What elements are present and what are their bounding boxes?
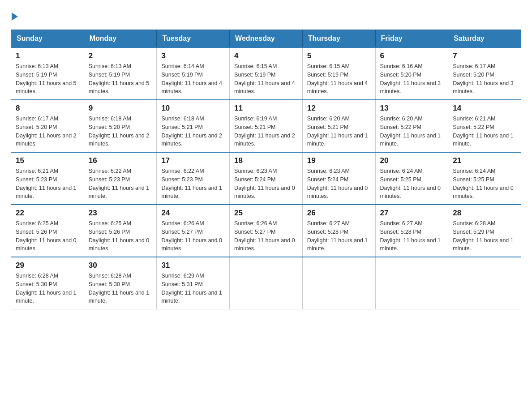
calendar-cell: 30 Sunrise: 6:28 AM Sunset: 5:30 PM Dayl… — [84, 257, 157, 309]
day-info: Sunrise: 6:22 AM Sunset: 5:23 PM Dayligh… — [161, 167, 225, 201]
week-row: 29 Sunrise: 6:28 AM Sunset: 5:30 PM Dayl… — [11, 257, 521, 309]
calendar-cell: 12 Sunrise: 6:20 AM Sunset: 5:21 PM Dayl… — [302, 100, 375, 152]
calendar-cell: 15 Sunrise: 6:21 AM Sunset: 5:23 PM Dayl… — [11, 152, 84, 205]
calendar-cell: 22 Sunrise: 6:25 AM Sunset: 5:26 PM Dayl… — [11, 205, 84, 257]
day-number: 12 — [307, 104, 371, 113]
day-number: 20 — [380, 156, 444, 165]
day-info: Sunrise: 6:29 AM Sunset: 5:31 PM Dayligh… — [161, 272, 225, 305]
calendar-cell — [375, 257, 448, 309]
logo-arrow-icon — [12, 13, 18, 21]
day-info: Sunrise: 6:13 AM Sunset: 5:19 PM Dayligh… — [16, 62, 79, 96]
calendar-cell: 11 Sunrise: 6:19 AM Sunset: 5:21 PM Dayl… — [230, 100, 303, 152]
day-info: Sunrise: 6:23 AM Sunset: 5:24 PM Dayligh… — [234, 167, 298, 201]
day-info: Sunrise: 6:23 AM Sunset: 5:24 PM Dayligh… — [307, 167, 371, 201]
day-number: 2 — [89, 51, 152, 60]
day-number: 22 — [16, 209, 79, 218]
calendar-cell: 29 Sunrise: 6:28 AM Sunset: 5:30 PM Dayl… — [11, 257, 84, 309]
day-of-week-header: Saturday — [448, 30, 521, 48]
day-info: Sunrise: 6:20 AM Sunset: 5:21 PM Dayligh… — [307, 115, 371, 148]
day-info: Sunrise: 6:24 AM Sunset: 5:25 PM Dayligh… — [380, 167, 444, 201]
day-of-week-header: Monday — [84, 30, 157, 48]
calendar-cell: 17 Sunrise: 6:22 AM Sunset: 5:23 PM Dayl… — [157, 152, 230, 205]
day-info: Sunrise: 6:15 AM Sunset: 5:19 PM Dayligh… — [234, 62, 298, 96]
week-row: 22 Sunrise: 6:25 AM Sunset: 5:26 PM Dayl… — [11, 205, 521, 257]
day-number: 19 — [307, 156, 371, 165]
calendar-cell: 31 Sunrise: 6:29 AM Sunset: 5:31 PM Dayl… — [157, 257, 230, 309]
day-info: Sunrise: 6:25 AM Sunset: 5:26 PM Dayligh… — [89, 219, 152, 253]
day-number: 10 — [161, 104, 225, 113]
day-number: 28 — [453, 209, 516, 218]
calendar-cell: 21 Sunrise: 6:24 AM Sunset: 5:25 PM Dayl… — [448, 152, 521, 205]
calendar-cell: 2 Sunrise: 6:13 AM Sunset: 5:19 PM Dayli… — [84, 47, 157, 100]
day-number: 9 — [89, 104, 152, 113]
day-info: Sunrise: 6:18 AM Sunset: 5:20 PM Dayligh… — [89, 115, 152, 148]
calendar-cell: 6 Sunrise: 6:16 AM Sunset: 5:20 PM Dayli… — [375, 47, 448, 100]
day-number: 18 — [234, 156, 298, 165]
day-info: Sunrise: 6:20 AM Sunset: 5:22 PM Dayligh… — [380, 115, 444, 148]
day-number: 24 — [161, 209, 225, 218]
week-row: 8 Sunrise: 6:17 AM Sunset: 5:20 PM Dayli… — [11, 100, 521, 152]
day-info: Sunrise: 6:26 AM Sunset: 5:27 PM Dayligh… — [234, 219, 298, 253]
calendar-header: SundayMondayTuesdayWednesdayThursdayFrid… — [11, 30, 521, 48]
day-number: 26 — [307, 209, 371, 218]
calendar-cell: 16 Sunrise: 6:22 AM Sunset: 5:23 PM Dayl… — [84, 152, 157, 205]
day-of-week-header: Sunday — [11, 30, 84, 48]
calendar-cell: 8 Sunrise: 6:17 AM Sunset: 5:20 PM Dayli… — [11, 100, 84, 152]
day-number: 3 — [161, 51, 225, 60]
calendar-cell: 20 Sunrise: 6:24 AM Sunset: 5:25 PM Dayl… — [375, 152, 448, 205]
days-of-week-row: SundayMondayTuesdayWednesdayThursdayFrid… — [11, 30, 521, 48]
day-number: 7 — [453, 51, 516, 60]
day-number: 21 — [453, 156, 516, 165]
day-number: 31 — [161, 261, 225, 270]
calendar-cell: 25 Sunrise: 6:26 AM Sunset: 5:27 PM Dayl… — [230, 205, 303, 257]
calendar-cell: 1 Sunrise: 6:13 AM Sunset: 5:19 PM Dayli… — [11, 47, 84, 100]
calendar-cell: 13 Sunrise: 6:20 AM Sunset: 5:22 PM Dayl… — [375, 100, 448, 152]
calendar-table: SundayMondayTuesdayWednesdayThursdayFrid… — [11, 30, 521, 309]
calendar-cell: 24 Sunrise: 6:26 AM Sunset: 5:27 PM Dayl… — [157, 205, 230, 257]
day-info: Sunrise: 6:17 AM Sunset: 5:20 PM Dayligh… — [16, 115, 79, 148]
day-number: 27 — [380, 209, 444, 218]
day-info: Sunrise: 6:16 AM Sunset: 5:20 PM Dayligh… — [380, 62, 444, 96]
day-info: Sunrise: 6:28 AM Sunset: 5:30 PM Dayligh… — [89, 272, 152, 305]
calendar-cell — [302, 257, 375, 309]
day-of-week-header: Wednesday — [230, 30, 303, 48]
calendar-cell: 26 Sunrise: 6:27 AM Sunset: 5:28 PM Dayl… — [302, 205, 375, 257]
day-number: 25 — [234, 209, 298, 218]
day-info: Sunrise: 6:19 AM Sunset: 5:21 PM Dayligh… — [234, 115, 298, 148]
calendar-cell: 23 Sunrise: 6:25 AM Sunset: 5:26 PM Dayl… — [84, 205, 157, 257]
day-info: Sunrise: 6:17 AM Sunset: 5:20 PM Dayligh… — [453, 62, 516, 96]
calendar-cell: 19 Sunrise: 6:23 AM Sunset: 5:24 PM Dayl… — [302, 152, 375, 205]
calendar-cell — [230, 257, 303, 309]
day-info: Sunrise: 6:18 AM Sunset: 5:21 PM Dayligh… — [161, 115, 225, 148]
day-number: 11 — [234, 104, 298, 113]
calendar-cell: 14 Sunrise: 6:21 AM Sunset: 5:22 PM Dayl… — [448, 100, 521, 152]
day-number: 6 — [380, 51, 444, 60]
day-info: Sunrise: 6:27 AM Sunset: 5:28 PM Dayligh… — [380, 219, 444, 253]
day-number: 15 — [16, 156, 79, 165]
calendar-cell: 5 Sunrise: 6:15 AM Sunset: 5:19 PM Dayli… — [302, 47, 375, 100]
day-info: Sunrise: 6:28 AM Sunset: 5:29 PM Dayligh… — [453, 219, 516, 253]
day-info: Sunrise: 6:15 AM Sunset: 5:19 PM Dayligh… — [307, 62, 371, 96]
calendar-cell: 28 Sunrise: 6:28 AM Sunset: 5:29 PM Dayl… — [448, 205, 521, 257]
day-number: 29 — [16, 261, 79, 270]
day-info: Sunrise: 6:26 AM Sunset: 5:27 PM Dayligh… — [161, 219, 225, 253]
day-of-week-header: Friday — [375, 30, 448, 48]
day-info: Sunrise: 6:24 AM Sunset: 5:25 PM Dayligh… — [453, 167, 516, 201]
day-number: 17 — [161, 156, 225, 165]
calendar-cell: 4 Sunrise: 6:15 AM Sunset: 5:19 PM Dayli… — [230, 47, 303, 100]
day-number: 8 — [16, 104, 79, 113]
calendar-cell: 27 Sunrise: 6:27 AM Sunset: 5:28 PM Dayl… — [375, 205, 448, 257]
week-row: 15 Sunrise: 6:21 AM Sunset: 5:23 PM Dayl… — [11, 152, 521, 205]
day-number: 30 — [89, 261, 152, 270]
day-info: Sunrise: 6:25 AM Sunset: 5:26 PM Dayligh… — [16, 219, 79, 253]
week-row: 1 Sunrise: 6:13 AM Sunset: 5:19 PM Dayli… — [11, 47, 521, 100]
calendar-cell: 7 Sunrise: 6:17 AM Sunset: 5:20 PM Dayli… — [448, 47, 521, 100]
calendar-cell: 9 Sunrise: 6:18 AM Sunset: 5:20 PM Dayli… — [84, 100, 157, 152]
calendar-cell: 18 Sunrise: 6:23 AM Sunset: 5:24 PM Dayl… — [230, 152, 303, 205]
day-number: 13 — [380, 104, 444, 113]
day-number: 23 — [89, 209, 152, 218]
day-number: 16 — [89, 156, 152, 165]
day-of-week-header: Thursday — [302, 30, 375, 48]
logo — [11, 11, 18, 21]
day-number: 1 — [16, 51, 79, 60]
